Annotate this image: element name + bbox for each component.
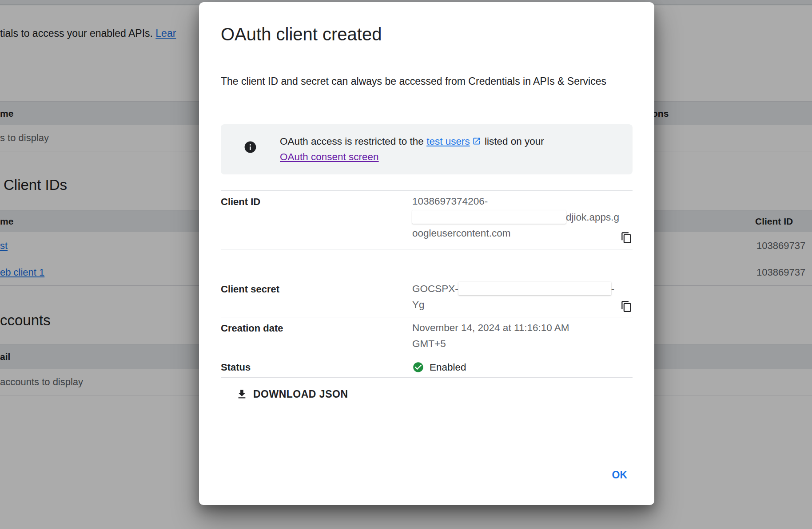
screen: tials to access your enabled APIs. Lear … <box>0 0 812 529</box>
client-id-redaction <box>412 210 566 224</box>
download-json-button[interactable]: DOWNLOAD JSON <box>232 387 352 402</box>
notice-text: OAuth access is restricted to the test u… <box>280 134 544 165</box>
open-in-new-icon <box>472 137 481 146</box>
client-secret-value: GOCSPX-- Yg <box>412 278 633 317</box>
check-circle-icon <box>412 361 424 373</box>
ok-button[interactable]: OK <box>608 466 632 484</box>
creation-date-value: November 14, 2024 at 11:16:10 AM GMT+5 <box>412 317 633 357</box>
status-value: Enabled <box>412 359 633 375</box>
status-text: Enabled <box>430 359 466 375</box>
client-secret-row: Client secret GOCSPX-- Yg <box>221 278 633 317</box>
copy-client-id-button[interactable] <box>621 232 633 244</box>
client-secret-suffix: - <box>611 283 615 294</box>
client-id-row: Client ID 1038697374206- djiok.apps.g oo… <box>221 190 633 249</box>
client-id-label: Client ID <box>221 191 412 249</box>
client-secret-line2: Yg <box>412 299 425 310</box>
dialog-title: OAuth client created <box>221 24 382 44</box>
client-secret-prefix: GOCSPX- <box>412 283 458 294</box>
test-users-link[interactable]: test users <box>426 136 470 147</box>
dialog-description: The client ID and secret can always be a… <box>221 72 625 91</box>
copy-client-secret-button[interactable] <box>621 300 633 312</box>
oauth-consent-screen-link[interactable]: OAuth consent screen <box>280 151 379 162</box>
status-label: Status <box>221 362 412 373</box>
oauth-client-created-dialog: OAuth client created The client ID and s… <box>199 2 654 505</box>
notice-text-before: OAuth access is restricted to the <box>280 136 426 147</box>
info-icon <box>243 140 257 154</box>
client-id-value: 1038697374206- djiok.apps.g oogleusercon… <box>412 191 633 249</box>
client-secret-redaction <box>458 282 611 295</box>
client-details: Client ID 1038697374206- djiok.apps.g oo… <box>221 190 633 378</box>
restricted-access-notice: OAuth access is restricted to the test u… <box>221 124 633 174</box>
creation-date-line1: November 14, 2024 at 11:16:10 AM <box>412 322 569 333</box>
client-secret-label: Client secret <box>221 278 412 317</box>
row-spacer <box>221 249 633 278</box>
creation-date-line2: GMT+5 <box>412 338 446 349</box>
download-icon <box>236 388 248 400</box>
notice-text-after: listed on your <box>482 136 544 147</box>
client-id-line3: oogleusercontent.com <box>412 228 510 239</box>
creation-date-label: Creation date <box>221 317 412 357</box>
client-id-line1: 1038697374206- <box>412 196 488 207</box>
client-id-line2-tail: djiok.apps.g <box>566 212 619 223</box>
download-json-label: DOWNLOAD JSON <box>253 388 348 400</box>
creation-date-row: Creation date November 14, 2024 at 11:16… <box>221 317 633 357</box>
status-row: Status Enabled <box>221 357 633 378</box>
